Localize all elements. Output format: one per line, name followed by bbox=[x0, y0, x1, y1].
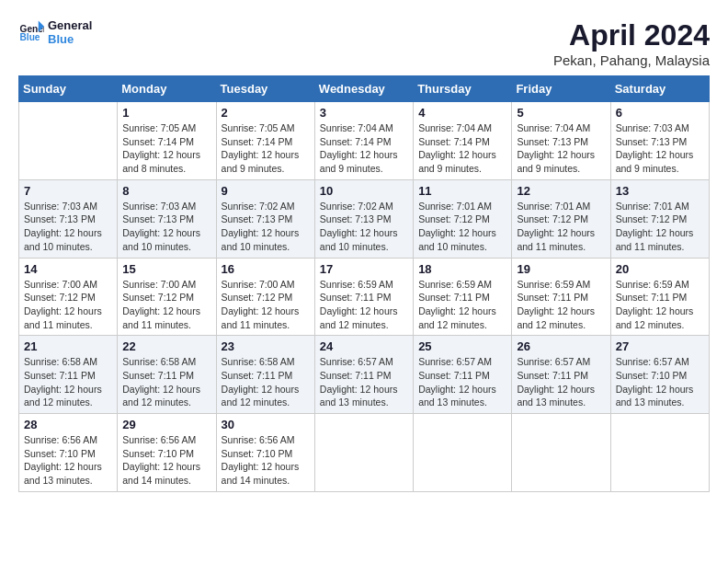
day-info: Sunrise: 7:04 AMSunset: 7:14 PMDaylight:… bbox=[418, 121, 506, 176]
day-number: 26 bbox=[517, 339, 605, 353]
calendar-week-row: 14Sunrise: 7:00 AMSunset: 7:12 PMDayligh… bbox=[19, 258, 710, 336]
day-info: Sunrise: 7:00 AMSunset: 7:12 PMDaylight:… bbox=[122, 278, 210, 332]
calendar-cell: 23Sunrise: 6:58 AMSunset: 7:11 PMDayligh… bbox=[216, 336, 314, 414]
day-number: 29 bbox=[122, 418, 210, 431]
day-number: 20 bbox=[616, 262, 704, 276]
calendar-week-row: 28Sunrise: 6:56 AMSunset: 7:10 PMDayligh… bbox=[19, 414, 710, 492]
calendar-cell: 14Sunrise: 7:00 AMSunset: 7:12 PMDayligh… bbox=[19, 258, 118, 336]
weekday-header-cell: Tuesday bbox=[216, 76, 314, 102]
day-info: Sunrise: 7:03 AMSunset: 7:13 PMDaylight:… bbox=[24, 200, 112, 254]
calendar-cell: 10Sunrise: 7:02 AMSunset: 7:13 PMDayligh… bbox=[314, 179, 413, 258]
day-info: Sunrise: 6:58 AMSunset: 7:11 PMDaylight:… bbox=[24, 355, 112, 409]
day-number: 5 bbox=[517, 106, 605, 120]
day-info: Sunrise: 6:58 AMSunset: 7:11 PMDaylight:… bbox=[122, 355, 210, 409]
day-number: 8 bbox=[122, 184, 210, 198]
calendar-cell: 5Sunrise: 7:04 AMSunset: 7:13 PMDaylight… bbox=[512, 102, 610, 180]
day-number: 11 bbox=[418, 184, 506, 198]
day-number: 28 bbox=[24, 418, 112, 431]
day-info: Sunrise: 7:02 AMSunset: 7:13 PMDaylight:… bbox=[320, 200, 408, 254]
calendar-cell: 25Sunrise: 6:57 AMSunset: 7:11 PMDayligh… bbox=[414, 336, 512, 414]
day-number: 4 bbox=[418, 106, 506, 120]
calendar-cell: 2Sunrise: 7:05 AMSunset: 7:14 PMDaylight… bbox=[216, 102, 314, 180]
calendar-cell: 1Sunrise: 7:05 AMSunset: 7:14 PMDaylight… bbox=[118, 102, 216, 180]
day-number: 3 bbox=[320, 106, 408, 120]
location-title: Pekan, Pahang, Malaysia bbox=[553, 52, 710, 68]
day-info: Sunrise: 6:59 AMSunset: 7:11 PMDaylight:… bbox=[517, 278, 605, 332]
day-info: Sunrise: 6:56 AMSunset: 7:10 PMDaylight:… bbox=[122, 433, 210, 488]
day-number: 24 bbox=[320, 339, 408, 353]
calendar-cell: 20Sunrise: 6:59 AMSunset: 7:11 PMDayligh… bbox=[610, 258, 709, 336]
day-number: 12 bbox=[517, 184, 605, 198]
calendar-cell: 30Sunrise: 6:56 AMSunset: 7:10 PMDayligh… bbox=[216, 414, 314, 492]
calendar-cell: 12Sunrise: 7:01 AMSunset: 7:12 PMDayligh… bbox=[512, 179, 610, 258]
day-number: 25 bbox=[418, 339, 506, 353]
day-info: Sunrise: 7:05 AMSunset: 7:14 PMDaylight:… bbox=[122, 121, 210, 176]
calendar-body: 1Sunrise: 7:05 AMSunset: 7:14 PMDaylight… bbox=[19, 102, 710, 492]
calendar-cell: 24Sunrise: 6:57 AMSunset: 7:11 PMDayligh… bbox=[314, 336, 413, 414]
day-number: 30 bbox=[222, 418, 310, 431]
day-info: Sunrise: 6:57 AMSunset: 7:11 PMDaylight:… bbox=[517, 355, 605, 409]
calendar-cell: 17Sunrise: 6:59 AMSunset: 7:11 PMDayligh… bbox=[314, 258, 413, 336]
day-info: Sunrise: 7:04 AMSunset: 7:13 PMDaylight:… bbox=[517, 121, 605, 176]
day-number: 27 bbox=[616, 339, 704, 353]
calendar-cell: 7Sunrise: 7:03 AMSunset: 7:13 PMDaylight… bbox=[19, 179, 118, 258]
calendar-cell bbox=[414, 414, 512, 492]
day-number: 16 bbox=[222, 262, 310, 276]
calendar-cell: 26Sunrise: 6:57 AMSunset: 7:11 PMDayligh… bbox=[512, 336, 610, 414]
calendar-cell bbox=[19, 102, 118, 180]
day-number: 2 bbox=[222, 106, 310, 120]
day-info: Sunrise: 6:57 AMSunset: 7:11 PMDaylight:… bbox=[418, 355, 506, 409]
calendar-cell bbox=[512, 414, 610, 492]
logo-text-general: General bbox=[48, 18, 92, 32]
calendar-cell: 8Sunrise: 7:03 AMSunset: 7:13 PMDaylight… bbox=[118, 179, 216, 258]
logo-text-blue: Blue bbox=[48, 32, 92, 46]
day-number: 21 bbox=[24, 339, 112, 353]
day-info: Sunrise: 6:59 AMSunset: 7:11 PMDaylight:… bbox=[616, 278, 704, 332]
calendar-cell bbox=[314, 414, 413, 492]
logo-icon: General Blue bbox=[18, 19, 44, 45]
weekday-header-cell: Monday bbox=[118, 76, 216, 102]
calendar-cell: 11Sunrise: 7:01 AMSunset: 7:12 PMDayligh… bbox=[414, 179, 512, 258]
title-area: April 2024 Pekan, Pahang, Malaysia bbox=[553, 18, 710, 68]
calendar-cell bbox=[610, 414, 709, 492]
day-info: Sunrise: 6:56 AMSunset: 7:10 PMDaylight:… bbox=[222, 433, 310, 488]
calendar-table: SundayMondayTuesdayWednesdayThursdayFrid… bbox=[18, 75, 710, 492]
calendar-cell: 28Sunrise: 6:56 AMSunset: 7:10 PMDayligh… bbox=[19, 414, 118, 492]
day-number: 13 bbox=[616, 184, 704, 198]
day-info: Sunrise: 7:05 AMSunset: 7:14 PMDaylight:… bbox=[222, 121, 310, 176]
calendar-cell: 4Sunrise: 7:04 AMSunset: 7:14 PMDaylight… bbox=[414, 102, 512, 180]
calendar-cell: 3Sunrise: 7:04 AMSunset: 7:14 PMDaylight… bbox=[314, 102, 413, 180]
day-number: 9 bbox=[222, 184, 310, 198]
calendar-cell: 15Sunrise: 7:00 AMSunset: 7:12 PMDayligh… bbox=[118, 258, 216, 336]
day-info: Sunrise: 7:00 AMSunset: 7:12 PMDaylight:… bbox=[24, 278, 112, 332]
day-number: 19 bbox=[517, 262, 605, 276]
calendar-cell: 21Sunrise: 6:58 AMSunset: 7:11 PMDayligh… bbox=[19, 336, 118, 414]
logo: General Blue General Blue bbox=[18, 18, 92, 46]
day-info: Sunrise: 7:00 AMSunset: 7:12 PMDaylight:… bbox=[222, 278, 310, 332]
day-number: 10 bbox=[320, 184, 408, 198]
calendar-cell: 9Sunrise: 7:02 AMSunset: 7:13 PMDaylight… bbox=[216, 179, 314, 258]
day-info: Sunrise: 6:58 AMSunset: 7:11 PMDaylight:… bbox=[222, 355, 310, 409]
day-number: 15 bbox=[122, 262, 210, 276]
day-number: 18 bbox=[418, 262, 506, 276]
weekday-header-cell: Sunday bbox=[19, 76, 118, 102]
calendar-cell: 16Sunrise: 7:00 AMSunset: 7:12 PMDayligh… bbox=[216, 258, 314, 336]
calendar-cell: 18Sunrise: 6:59 AMSunset: 7:11 PMDayligh… bbox=[414, 258, 512, 336]
calendar-cell: 13Sunrise: 7:01 AMSunset: 7:12 PMDayligh… bbox=[610, 179, 709, 258]
day-number: 17 bbox=[320, 262, 408, 276]
weekday-header-cell: Wednesday bbox=[314, 76, 413, 102]
day-info: Sunrise: 6:59 AMSunset: 7:11 PMDaylight:… bbox=[320, 278, 408, 332]
weekday-header-cell: Thursday bbox=[414, 76, 512, 102]
calendar-cell: 27Sunrise: 6:57 AMSunset: 7:10 PMDayligh… bbox=[610, 336, 709, 414]
page-header: General Blue General Blue April 2024 Pek… bbox=[18, 18, 710, 68]
calendar-week-row: 7Sunrise: 7:03 AMSunset: 7:13 PMDaylight… bbox=[19, 179, 710, 258]
day-info: Sunrise: 7:01 AMSunset: 7:12 PMDaylight:… bbox=[517, 200, 605, 254]
day-info: Sunrise: 6:57 AMSunset: 7:10 PMDaylight:… bbox=[616, 355, 704, 409]
day-info: Sunrise: 7:03 AMSunset: 7:13 PMDaylight:… bbox=[616, 121, 704, 176]
day-number: 23 bbox=[222, 339, 310, 353]
calendar-cell: 29Sunrise: 6:56 AMSunset: 7:10 PMDayligh… bbox=[118, 414, 216, 492]
calendar-cell: 6Sunrise: 7:03 AMSunset: 7:13 PMDaylight… bbox=[610, 102, 709, 180]
day-number: 14 bbox=[24, 262, 112, 276]
day-number: 22 bbox=[122, 339, 210, 353]
day-number: 6 bbox=[616, 106, 704, 120]
